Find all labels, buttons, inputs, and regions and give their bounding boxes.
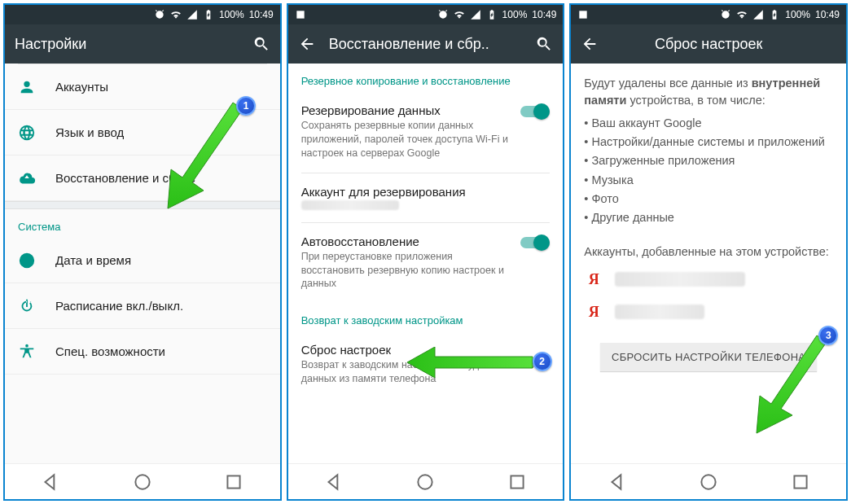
account-row: Я [571,263,846,296]
clock: 10:49 [532,9,556,20]
bullet-item: • Ваш аккаунт Google [584,114,833,133]
blurred-account [301,200,399,210]
svg-point-4 [419,475,432,489]
nav-back-icon[interactable] [40,471,61,493]
battery-percent: 100% [785,9,810,20]
toolbar: Настройки [5,24,280,64]
item-language[interactable]: Язык и ввод [5,110,280,156]
power-icon [18,297,36,315]
phone-settings: 100% 10:49 Настройки Аккаунты Язык и вво… [3,3,282,501]
alarm-icon [720,9,731,20]
svg-rect-1 [228,476,240,488]
toolbar: Сброс настроек [571,24,846,64]
wifi-icon [736,9,748,20]
nav-recent-icon[interactable] [223,471,244,493]
item-auto-restore[interactable]: Автовосстановление При переустановке при… [288,223,564,304]
battery-percent: 100% [219,9,244,20]
search-icon[interactable] [535,35,553,53]
alarm-icon [154,9,165,20]
phone-backup-reset: 100% 10:49 Восстановление и сбр.. Резерв… [287,3,565,501]
item-backup-account[interactable]: Аккаунт для резервирования [288,173,564,222]
nav-recent-icon[interactable] [790,471,811,493]
svg-point-8 [701,475,715,489]
svg-rect-3 [296,11,304,18]
accessibility-icon [18,343,36,361]
nav-home-icon[interactable] [698,471,719,493]
switch-on[interactable] [520,103,550,120]
item-accounts[interactable]: Аккаунты [5,64,280,110]
nav-home-icon[interactable] [132,471,153,493]
backup-icon [18,169,36,187]
bullet-item: • Фото [584,190,833,208]
intro-text: Будут удалены все данные из внутренней п… [571,64,846,112]
accounts-label: Аккаунты, добавленные на этом устройстве… [571,234,846,263]
svg-rect-5 [511,476,523,488]
page-title: Настройки [15,36,239,53]
nav-back-icon[interactable] [323,471,344,493]
back-icon[interactable] [581,35,599,53]
item-accessibility[interactable]: Спец. возможности [5,329,280,375]
account-row: Я [571,296,846,328]
item-label: Расписание вкл./выкл. [55,299,267,313]
back-icon[interactable] [298,35,316,53]
item-label: Дата и время [55,253,267,267]
yandex-icon: Я [584,270,603,289]
alarm-icon [437,9,449,20]
status-bar: 100% 10:49 [288,5,564,24]
item-backup-data[interactable]: Резервирование данных Сохранять резервны… [288,92,564,173]
reset-phone-button[interactable]: СБРОСИТЬ НАСТРОЙКИ ТЕЛЕФОНА [600,343,817,371]
clock: 10:49 [815,9,840,20]
bullet-item: • Другие данные [584,208,833,227]
page-title: Сброс настроек [612,36,805,53]
item-label: Сброс настроек [301,343,551,357]
blurred-account [615,305,704,319]
nav-home-icon[interactable] [415,471,436,493]
item-sub: При переустановке приложения восстановит… [301,250,511,291]
item-backup-reset[interactable]: Восстановление и сброс [5,156,280,201]
bullet-item: • Загруженные приложения [584,151,833,170]
nav-back-icon[interactable] [607,471,628,493]
nav-bar [288,463,564,499]
section-backup: Резервное копирование и восстановление [288,64,564,92]
nav-bar [571,463,846,499]
signal-icon [752,9,764,20]
nav-recent-icon[interactable] [507,471,528,493]
item-label: Язык и ввод [55,125,267,139]
toolbar: Восстановление и сбр.. [288,24,564,64]
item-schedule[interactable]: Расписание вкл./выкл. [5,283,280,329]
blurred-account [615,272,745,287]
bullet-item: • Настройки/данные системы и приложений [584,133,833,151]
globe-icon [18,124,36,142]
svg-rect-9 [794,476,806,488]
item-sub: Сохранять резервные копии данных приложе… [301,119,511,160]
page-title: Восстановление и сбр.. [329,36,523,53]
svg-point-0 [135,475,149,489]
item-label: Резервирование данных [301,103,511,117]
item-label: Автовосстановление [301,234,511,248]
bullet-item: • Музыка [584,171,833,190]
bullets: • Ваш аккаунт Google • Настройки/данные … [571,112,846,234]
item-label: Аккаунты [55,80,267,94]
battery-icon [769,9,780,20]
search-icon[interactable] [252,35,270,53]
status-bar: 100% 10:49 [571,5,846,24]
nav-bar [5,463,280,499]
wifi-icon [454,9,465,20]
item-label: Спец. возможности [55,344,267,358]
item-factory-reset[interactable]: Сброс настроек Возврат к заводским настр… [288,331,564,398]
screenshot-icon [295,9,306,20]
switch-on[interactable] [520,234,550,251]
clock: 10:49 [249,9,274,20]
battery-percent: 100% [502,9,528,20]
signal-icon [186,9,198,20]
yandex-icon: Я [584,302,603,322]
person-icon [18,78,36,96]
battery-icon [203,9,214,20]
screenshot-icon [577,9,589,20]
battery-icon [486,9,498,20]
phone-factory-reset: 100% 10:49 Сброс настроек Будут удалены … [569,3,848,501]
item-sub: Возврат к заводским настройкам и удалени… [301,358,551,386]
clock-icon [18,252,36,270]
item-datetime[interactable]: Дата и время [5,238,280,283]
signal-icon [470,9,481,20]
